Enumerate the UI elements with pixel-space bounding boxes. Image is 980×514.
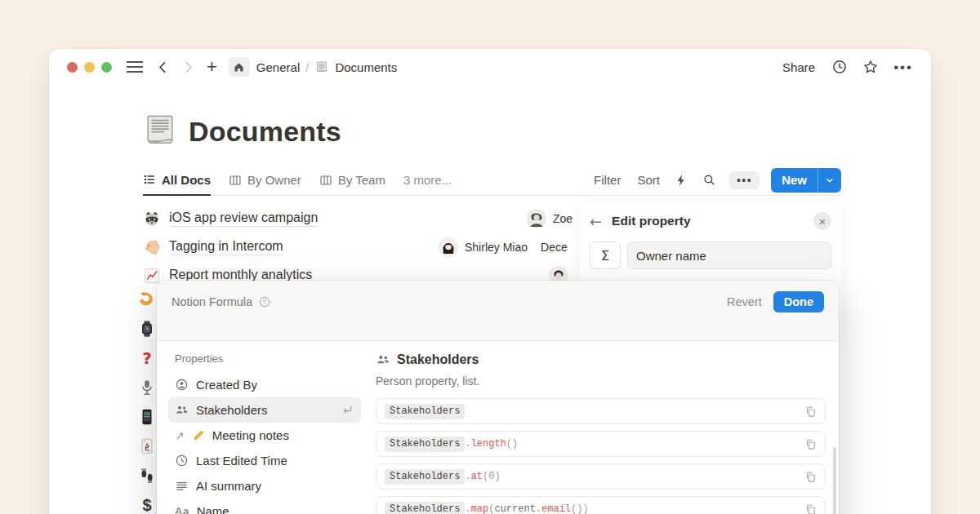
footprints-icon xyxy=(137,466,157,485)
owner-name: Shirley Miao xyxy=(465,241,528,254)
property-item-name[interactable]: Aa Name xyxy=(168,498,361,514)
formula-popup-header: Notion Formula Revert Done xyxy=(157,281,839,341)
tab-all-docs[interactable]: All Docs xyxy=(143,165,211,196)
property-token: Stakeholders xyxy=(385,404,465,419)
formula-example[interactable]: Stakeholders .length() xyxy=(376,431,826,457)
property-token: Stakeholders xyxy=(385,469,465,485)
help-icon[interactable] xyxy=(258,295,271,308)
people-icon xyxy=(175,403,189,417)
copy-icon[interactable] xyxy=(804,503,817,514)
doc-property-title: Stakeholders xyxy=(397,352,479,367)
breadcrumb-workspace[interactable]: General xyxy=(256,60,300,74)
share-button[interactable]: Share xyxy=(782,60,815,74)
nav-back-icon[interactable] xyxy=(156,60,170,74)
property-item-last-edited-time[interactable]: Last Edited Time xyxy=(168,448,361,473)
list-view-icon xyxy=(143,173,156,186)
playing-card-icon xyxy=(137,436,157,456)
board-view-icon xyxy=(319,174,332,187)
window-more-icon[interactable]: ••• xyxy=(893,60,913,74)
mobile-phone-icon xyxy=(137,407,157,427)
nav-forward-icon[interactable] xyxy=(181,60,195,74)
doc-title[interactable]: Tagging in Intercom xyxy=(169,239,283,255)
label-tag-icon xyxy=(143,238,161,256)
property-token: Stakeholders xyxy=(385,436,465,452)
microphone-icon xyxy=(137,378,157,397)
property-item-meeting-notes[interactable]: ↗ Meeting notes xyxy=(168,423,361,448)
breadcrumb-separator: / xyxy=(305,60,309,74)
property-label: Name xyxy=(197,504,229,514)
page-title-row: Documents xyxy=(143,113,341,150)
copy-icon[interactable] xyxy=(804,438,817,450)
revert-button[interactable]: Revert xyxy=(727,295,762,308)
property-label: Meeting notes xyxy=(212,428,289,442)
breadcrumb-page[interactable]: Documents xyxy=(335,60,397,74)
property-name-input[interactable]: Owner name xyxy=(627,241,831,269)
page-title-document-icon xyxy=(143,113,177,150)
tab-by-team-label: By Team xyxy=(338,173,385,187)
formula-examples: Stakeholders Stakeholders .length() xyxy=(376,398,826,514)
text-type-icon: Aa xyxy=(175,505,189,514)
sort-button[interactable]: Sort xyxy=(637,173,660,187)
question-mark-icon: ? xyxy=(137,348,157,368)
property-name-row: Σ Owner name xyxy=(590,241,831,269)
zoom-window-button[interactable] xyxy=(101,62,112,73)
new-button-label[interactable]: New xyxy=(771,168,817,193)
property-label: Stakeholders xyxy=(196,403,268,417)
copy-icon[interactable] xyxy=(804,471,817,483)
back-arrow-icon[interactable]: ← xyxy=(590,213,602,230)
new-dropdown-chevron-icon[interactable] xyxy=(818,168,841,193)
view-toolbar: All Docs By Owner By Team 3 more... Filt… xyxy=(143,165,841,196)
person-circle-icon xyxy=(175,378,189,392)
formula-sigma-icon[interactable]: Σ xyxy=(590,241,621,269)
close-icon[interactable]: × xyxy=(813,212,831,230)
view-options-icon[interactable]: ••• xyxy=(729,171,760,189)
close-window-button[interactable] xyxy=(67,62,78,73)
chart-increasing-icon xyxy=(143,267,161,285)
property-label: AI summary xyxy=(196,479,261,493)
properties-section-label: Properties xyxy=(168,351,361,372)
formula-properties-column: Properties Created By Stakeholders ↗ xyxy=(157,341,371,514)
property-label: Last Edited Time xyxy=(196,454,287,467)
notion-window: + General / Documents Share ••• xyxy=(49,49,931,514)
done-button[interactable]: Done xyxy=(773,291,824,312)
doc-title[interactable]: iOS app review campaign xyxy=(169,210,318,227)
new-tab-icon[interactable]: + xyxy=(207,58,217,76)
edit-property-title: Edit property xyxy=(612,214,690,228)
property-token: Stakeholders xyxy=(385,502,465,514)
new-button[interactable]: New xyxy=(771,168,841,193)
edit-property-header: ← Edit property × xyxy=(590,212,831,230)
flexed-biceps-icon xyxy=(137,290,157,309)
tab-by-owner[interactable]: By Owner xyxy=(229,165,301,196)
filter-button[interactable]: Filter xyxy=(594,173,621,187)
formula-example[interactable]: Stakeholders xyxy=(376,398,826,424)
row-meta: Zoe xyxy=(527,209,572,228)
hidden-rows-icon-rail: ? $ xyxy=(137,290,157,514)
board-view-icon xyxy=(229,174,242,187)
formula-example[interactable]: Stakeholders .at(0) xyxy=(376,463,826,490)
property-item-stakeholders[interactable]: Stakeholders xyxy=(168,397,361,423)
automations-lightning-icon[interactable] xyxy=(675,174,688,187)
favorite-star-icon[interactable] xyxy=(862,59,879,75)
search-icon[interactable] xyxy=(702,173,716,187)
sidebar-toggle-icon[interactable] xyxy=(127,61,143,73)
raccoon-icon xyxy=(143,210,161,228)
window-topbar: + General / Documents Share ••• xyxy=(49,49,931,85)
formula-doc-column: Stakeholders Person property, list. Stak… xyxy=(371,341,839,514)
document-page-icon xyxy=(314,60,329,74)
formula-example[interactable]: Stakeholders .map(current.email()) xyxy=(376,496,826,514)
updates-clock-icon[interactable] xyxy=(831,59,848,75)
traffic-lights xyxy=(67,62,112,73)
avatar xyxy=(527,209,546,228)
home-icon[interactable] xyxy=(229,57,250,77)
minimize-window-button[interactable] xyxy=(84,62,95,73)
property-item-ai-summary[interactable]: AI summary xyxy=(168,473,361,498)
owner-name: Zoe xyxy=(553,212,572,225)
tab-more-views[interactable]: 3 more... xyxy=(403,165,452,196)
property-item-created-by[interactable]: Created By xyxy=(168,372,361,397)
row-meta: Shirley Miao Dece xyxy=(439,237,568,257)
popup-scrollbar[interactable] xyxy=(833,447,836,514)
property-label: Created By xyxy=(196,378,257,392)
tab-by-team[interactable]: By Team xyxy=(319,165,385,196)
copy-icon[interactable] xyxy=(804,405,817,418)
edited-date: Dece xyxy=(541,241,568,254)
